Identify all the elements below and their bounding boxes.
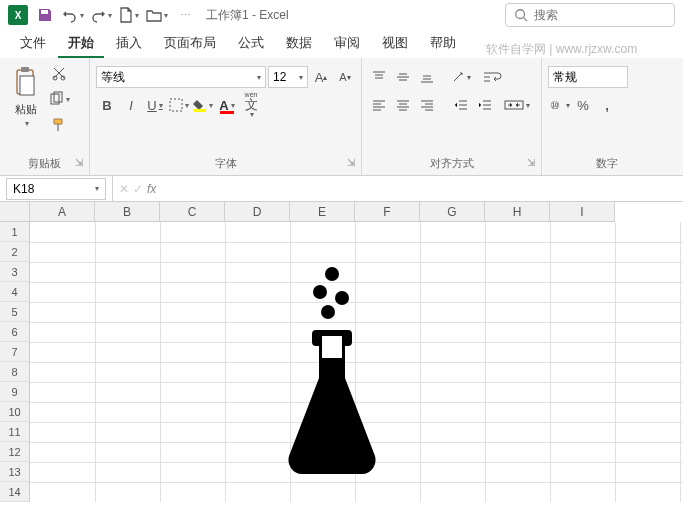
select-all-corner[interactable] — [0, 202, 30, 222]
underline-button[interactable]: U▾ — [144, 94, 166, 116]
row-headers: 1 2 3 4 5 6 7 8 9 10 11 12 13 14 — [0, 222, 30, 502]
col-header[interactable]: H — [485, 202, 550, 222]
tab-help[interactable]: 帮助 — [420, 30, 466, 58]
search-box[interactable] — [505, 3, 675, 27]
row-header[interactable]: 9 — [0, 382, 30, 402]
row-header[interactable]: 4 — [0, 282, 30, 302]
currency-button[interactable]: ⑩▾ — [548, 94, 570, 116]
tab-formulas[interactable]: 公式 — [228, 30, 274, 58]
increase-indent-button[interactable] — [474, 94, 496, 116]
open-file-button[interactable]: ▾ — [144, 2, 170, 28]
svg-rect-16 — [322, 336, 342, 358]
formula-bar-row: K18▾ ✕ ✓ fx — [0, 176, 683, 202]
align-center-button[interactable] — [392, 94, 414, 116]
svg-rect-2 — [21, 67, 29, 72]
col-header[interactable]: D — [225, 202, 290, 222]
svg-text:⑩: ⑩ — [550, 99, 560, 111]
formula-input[interactable] — [162, 178, 683, 200]
font-size-select[interactable]: 12▾ — [268, 66, 308, 88]
enter-formula-button[interactable]: ✓ — [133, 182, 143, 196]
paste-button[interactable]: 粘贴 ▾ — [6, 62, 46, 132]
phonetic-button[interactable]: wén文▾ — [240, 94, 262, 116]
search-input[interactable] — [534, 8, 664, 22]
decrease-font-button[interactable]: A▾ — [334, 66, 356, 88]
row-header[interactable]: 5 — [0, 302, 30, 322]
row-header[interactable]: 12 — [0, 442, 30, 462]
col-header[interactable]: G — [420, 202, 485, 222]
undo-button[interactable]: ▾ — [60, 2, 86, 28]
bold-button[interactable]: B — [96, 94, 118, 116]
title-bar: X ▾ ▾ ▾ ▾ ⋯ 工作簿1 - Excel — [0, 0, 683, 30]
row-header[interactable]: 13 — [0, 462, 30, 482]
col-header[interactable]: B — [95, 202, 160, 222]
row-header[interactable]: 14 — [0, 482, 30, 502]
font-name-select[interactable]: 等线▾ — [96, 66, 266, 88]
font-launcher[interactable]: ⇲ — [347, 157, 355, 168]
cancel-formula-button[interactable]: ✕ — [119, 182, 129, 196]
col-header[interactable]: I — [550, 202, 615, 222]
tab-view[interactable]: 视图 — [372, 30, 418, 58]
clipboard-launcher[interactable]: ⇲ — [75, 157, 83, 168]
row-header[interactable]: 7 — [0, 342, 30, 362]
fx-button[interactable]: fx — [147, 182, 156, 196]
align-top-button[interactable] — [368, 66, 390, 88]
tab-review[interactable]: 审阅 — [324, 30, 370, 58]
clipboard-group-label: 剪贴板⇲ — [6, 154, 83, 173]
row-header[interactable]: 6 — [0, 322, 30, 342]
comma-button[interactable]: , — [596, 94, 618, 116]
col-header[interactable]: C — [160, 202, 225, 222]
svg-point-14 — [335, 291, 349, 305]
col-header[interactable]: F — [355, 202, 420, 222]
flask-chemistry-icon[interactable] — [282, 264, 382, 474]
name-box[interactable]: K18▾ — [6, 178, 106, 200]
alignment-launcher[interactable]: ⇲ — [527, 157, 535, 168]
decrease-indent-button[interactable] — [450, 94, 472, 116]
new-file-button[interactable]: ▾ — [116, 2, 142, 28]
ribbon: 粘贴 ▾ ▾ 剪贴板⇲ 等线▾ 12▾ A▴ A▾ B I U▾ ▾ — [0, 58, 683, 176]
svg-point-12 — [325, 267, 339, 281]
number-format-select[interactable]: 常规 — [548, 66, 628, 88]
tab-file[interactable]: 文件 — [10, 30, 56, 58]
alignment-group-label: 对齐方式⇲ — [368, 154, 535, 173]
row-header[interactable]: 8 — [0, 362, 30, 382]
align-middle-button[interactable] — [392, 66, 414, 88]
col-header[interactable]: E — [290, 202, 355, 222]
worksheet-grid[interactable]: A B C D E F G H I 1 2 3 4 5 6 7 8 9 10 1… — [0, 202, 683, 502]
merge-button[interactable]: ▾ — [504, 94, 530, 116]
redo-button[interactable]: ▾ — [88, 2, 114, 28]
row-header[interactable]: 3 — [0, 262, 30, 282]
svg-rect-10 — [505, 101, 523, 109]
font-color-button[interactable]: A▾ — [216, 94, 238, 116]
svg-rect-9 — [194, 109, 206, 112]
col-header[interactable]: A — [30, 202, 95, 222]
qat-overflow-button[interactable]: ⋯ — [172, 2, 198, 28]
wrap-text-button[interactable] — [480, 66, 506, 88]
cut-button[interactable] — [48, 62, 70, 84]
percent-button[interactable]: % — [572, 94, 594, 116]
paste-label: 粘贴 — [15, 102, 37, 117]
font-group-label: 字体⇲ — [96, 154, 355, 173]
tab-insert[interactable]: 插入 — [106, 30, 152, 58]
save-button[interactable] — [32, 2, 58, 28]
align-right-button[interactable] — [416, 94, 438, 116]
watermark-text: 软件自学网 | www.rjzxw.com — [486, 41, 637, 58]
fill-color-button[interactable]: ▾ — [192, 94, 214, 116]
align-left-button[interactable] — [368, 94, 390, 116]
italic-button[interactable]: I — [120, 94, 142, 116]
row-header[interactable]: 2 — [0, 242, 30, 262]
copy-button[interactable]: ▾ — [48, 88, 70, 110]
group-clipboard: 粘贴 ▾ ▾ 剪贴板⇲ — [0, 58, 90, 175]
increase-font-button[interactable]: A▴ — [310, 66, 332, 88]
group-alignment: ▾ ▾ 对齐方式⇲ — [362, 58, 542, 175]
tab-page-layout[interactable]: 页面布局 — [154, 30, 226, 58]
row-header[interactable]: 1 — [0, 222, 30, 242]
border-button[interactable]: ▾ — [168, 94, 190, 116]
format-painter-button[interactable] — [48, 114, 70, 136]
align-bottom-button[interactable] — [416, 66, 438, 88]
tab-data[interactable]: 数据 — [276, 30, 322, 58]
orientation-button[interactable]: ▾ — [450, 66, 472, 88]
excel-app-icon: X — [8, 5, 28, 25]
tab-home[interactable]: 开始 — [58, 30, 104, 58]
row-header[interactable]: 11 — [0, 422, 30, 442]
row-header[interactable]: 10 — [0, 402, 30, 422]
